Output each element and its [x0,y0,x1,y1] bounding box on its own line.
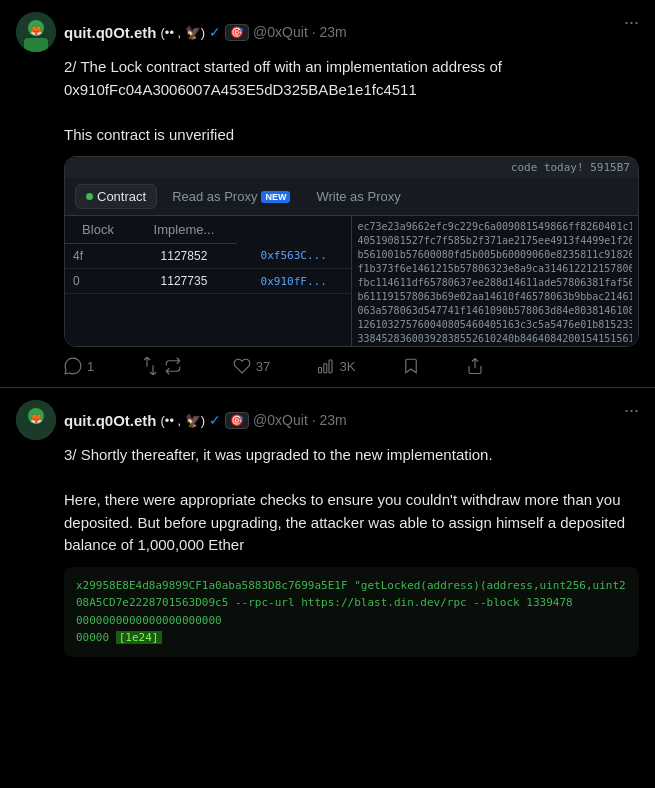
code-line: 33845283600392838552610240b8464084200154… [358,332,633,346]
row-impl: 0xf563C... [237,244,351,269]
user-info: quit.q0Ot.eth (•• , 🦅) ✓ 🎯 @0xQuit · 23m [64,412,347,429]
avatar[interactable]: 🦊 [16,400,56,440]
svg-rect-2 [24,38,48,52]
like-icon [233,357,251,375]
tweet-2: 🦊 quit.q0Ot.eth (•• , 🦅) ✓ 🎯 @0xQuit · 2… [0,388,655,669]
username-row: quit.q0Ot.eth (•• , 🦅) ✓ 🎯 @0xQuit · 23m [64,24,347,41]
retweet-icon [141,357,159,375]
col-header-block: Block [65,216,131,244]
user-info: quit.q0Ot.eth (•• , 🦅) ✓ 🎯 @0xQuit · 23m [64,24,347,41]
tab-write-as-proxy[interactable]: Write as Proxy [305,184,411,209]
row-block: 1127735 [131,269,237,294]
tweet-2-text: 3/ Shortly thereafter, it was upgraded t… [64,444,639,557]
bookmark-action[interactable] [402,357,420,375]
views-action[interactable]: 3K [317,357,356,375]
table-row: 4f 1127852 0xf563C... [65,244,351,269]
terminal-line-4: 00000 [1e24] [76,629,627,647]
code-line: fbc114611df65780637ee288d14611ade5780638… [358,276,633,290]
tweet-2-user-info: 🦊 quit.q0Ot.eth (•• , 🦅) ✓ 🎯 @0xQuit · 2… [16,400,347,440]
verified-icon: ✓ [209,412,221,428]
label-badge: 🎯 [225,412,249,429]
tweet-1-body: 2/ The Lock contract started off with an… [64,56,639,375]
reply-action[interactable]: 1 [64,357,94,375]
like-action[interactable]: 37 [233,357,270,375]
row-id: 4f [65,244,131,269]
svg-rect-5 [318,368,321,373]
code-line: ec73e23a9662efc9c229c6a009081549866ff826… [358,220,633,234]
time-ago: 23m [319,412,346,428]
col-header-impl: Impleme... [131,216,237,244]
table-row: 0 1127735 0x910fF... [65,269,351,294]
tweet-1-user-info: 🦊 quit.q0Ot.eth (•• , 🦅) ✓ 🎯 @0xQuit · 2… [16,12,347,52]
terminal-line-3: 0000000000000000000000 [76,612,627,630]
highlight-text: [1e24] [119,631,159,644]
embed-tabs: Contract Read as Proxy NEW Write as Prox… [65,178,638,216]
like-count: 37 [256,359,270,374]
code-line: 126103275760040805460405163c3c5a5476e01b… [358,318,633,332]
views-count: 3K [340,359,356,374]
reply-count: 1 [87,359,94,374]
share-action[interactable] [466,357,484,375]
display-name: quit.q0Ot.eth [64,412,157,429]
tab-contract-label: Contract [97,189,146,204]
tweet-2-body: 3/ Shortly thereafter, it was upgraded t… [64,444,639,657]
tab-contract[interactable]: Contract [75,184,157,209]
code-line: b611191578063b69e02aa14610f46578063b9bba… [358,290,633,304]
code-line: 40519081527fc7f585b2f371ae2175ee4913f449… [358,234,633,248]
terminal-line-2: 08A5CD7e2228701563D09c5 --rpc-url https:… [76,594,627,612]
code-line: b561001b57600080fd5b005b60009060e8235811… [358,248,633,262]
row-block: 1127852 [131,244,237,269]
tweet-1-actions: 1 37 [64,357,484,375]
share-icon [466,357,484,375]
more-options-icon[interactable]: ··· [624,400,639,421]
svg-rect-7 [329,360,332,373]
code-overlay: ec73e23a9662efc9c229c6a009081549866ff826… [352,216,639,346]
row-id: 0 [65,269,131,294]
views-icon [317,357,335,375]
avatar[interactable]: 🦊 [16,12,56,52]
user-emojis: (•• , 🦅) [161,25,206,40]
tab-read-proxy-label: Read as Proxy [172,189,257,204]
tab-read-as-proxy[interactable]: Read as Proxy NEW [161,184,301,209]
tab-dot-icon [86,193,93,200]
code-line: 063a578063d547741f1461090b578063d84e8038… [358,304,633,318]
reply-icon [64,357,82,375]
label-badge: 🎯 [225,24,249,41]
terminal-highlight: [1e24] [116,631,162,644]
svg-text:🦊: 🦊 [30,24,43,37]
handle-time: @0xQuit · 23m [253,412,347,428]
embed-table: Block Impleme... 4f 1127852 0xf563C... [65,216,351,294]
user-emojis: (•• , 🦅) [161,413,206,428]
verified-icon: ✓ [209,24,221,40]
retweet-action[interactable] [141,357,187,375]
svg-text:🦊: 🦊 [30,412,43,425]
username-row: quit.q0Ot.eth (•• , 🦅) ✓ 🎯 @0xQuit · 23m [64,412,347,429]
handle: @0xQuit [253,24,308,40]
terminal-block: x29958E8E4d8a9899CF1a0aba5883D8c7699a5E1… [64,567,639,657]
svg-rect-6 [323,364,326,373]
retweet-icon [164,357,182,375]
more-options-icon[interactable]: ··· [624,12,639,33]
embed-label: code today! 5915B7 [511,161,630,174]
terminal-line-1: x29958E8E4d8a9899CF1a0aba5883D8c7699a5E1… [76,577,627,595]
tweet-1-text: 2/ The Lock contract started off with an… [64,56,639,146]
terminal-prefix: 00000 [76,631,116,644]
display-name: quit.q0Ot.eth [64,24,157,41]
tab-write-proxy-label: Write as Proxy [316,189,400,204]
new-badge: NEW [261,191,290,203]
row-impl: 0x910fF... [237,269,351,294]
code-line: f1b373f6e1461215b57806323e8a9ca314612212… [358,262,633,276]
time-ago: 23m [319,24,346,40]
handle: @0xQuit [253,412,308,428]
bookmark-icon [402,357,420,375]
tweet-1-header: 🦊 quit.q0Ot.eth (•• , 🦅) ✓ 🎯 @0xQuit · 2… [16,12,639,52]
embed-card: code today! 5915B7 Contract Read as Prox… [64,156,639,347]
handle-time: @0xQuit · 23m [253,24,347,40]
tweet-1: 🦊 quit.q0Ot.eth (•• , 🦅) ✓ 🎯 @0xQuit · 2… [0,0,655,388]
tweet-2-header: 🦊 quit.q0Ot.eth (•• , 🦅) ✓ 🎯 @0xQuit · 2… [16,400,639,440]
